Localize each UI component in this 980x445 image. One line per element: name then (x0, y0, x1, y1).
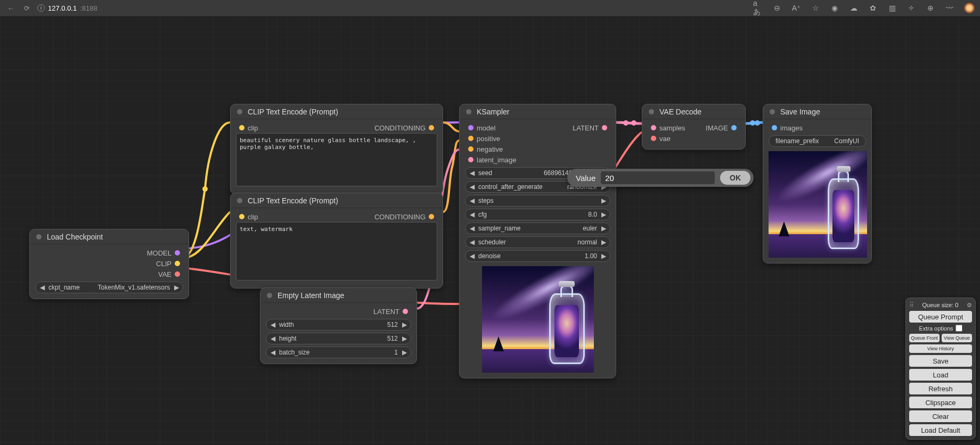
arrow-left-icon[interactable]: ◀ (270, 335, 276, 342)
ext2-icon[interactable]: ☁ (849, 3, 859, 13)
extensions-icon[interactable]: ✿ (868, 3, 878, 13)
arrow-left-icon[interactable]: ◀ (469, 225, 475, 232)
widget-filename-prefix[interactable]: filename_prefixComfyUI (769, 135, 866, 147)
profile-avatar[interactable] (964, 3, 975, 13)
refresh-workflow-button[interactable]: Refresh (909, 383, 972, 394)
widget-cfg[interactable]: ◀cfg8.0▶ (465, 209, 610, 220)
arrow-left-icon[interactable]: ◀ (270, 349, 276, 356)
widget-steps[interactable]: ◀steps▶ (465, 195, 610, 207)
refresh-button[interactable]: ⟳ (21, 3, 32, 13)
popup-value-input[interactable] (601, 171, 715, 184)
input-socket-clip[interactable] (239, 125, 244, 130)
save-button[interactable]: Save (909, 355, 972, 367)
zoom-icon[interactable]: ⊖ (772, 3, 782, 13)
site-info-icon[interactable]: i (37, 4, 45, 12)
output-socket-latent[interactable] (403, 309, 408, 314)
collapse-dot-icon[interactable] (36, 234, 42, 240)
view-queue-button[interactable]: View Queue (942, 334, 972, 342)
node-clip-encode-positive[interactable]: CLIP Text Encode (Prompt) clip CONDITION… (230, 104, 443, 194)
arrow-right-icon[interactable]: ▶ (600, 197, 607, 204)
node-header[interactable]: CLIP Text Encode (Prompt) (231, 193, 443, 208)
node-ksampler[interactable]: KSampler model LATENT positive negative … (459, 104, 616, 378)
extra-options-checkbox[interactable] (956, 325, 962, 332)
widget-scheduler[interactable]: ◀schedulernormal▶ (465, 236, 610, 248)
node-load-checkpoint[interactable]: Load Checkpoint MODEL CLIP VAE ◀ ckpt_na… (29, 229, 189, 299)
prompt-textarea[interactable] (236, 222, 437, 281)
widget-sampler-name[interactable]: ◀sampler_nameeuler▶ (465, 222, 610, 234)
prompt-textarea[interactable] (236, 133, 437, 186)
output-socket-latent[interactable] (602, 125, 607, 130)
collapse-dot-icon[interactable] (237, 198, 242, 203)
node-header[interactable]: CLIP Text Encode (Prompt) (231, 104, 443, 119)
load-default-button[interactable]: Load Default (909, 424, 972, 436)
node-header[interactable]: KSampler (460, 104, 616, 119)
queue-front-button[interactable]: Queue Front (909, 334, 940, 342)
node-vae-decode[interactable]: VAE Decode samples IMAGE vae (642, 104, 746, 150)
node-empty-latent[interactable]: Empty Latent Image LATENT ◀width512▶ ◀he… (260, 287, 417, 364)
back-button[interactable]: ← (5, 3, 16, 13)
arrow-right-icon[interactable]: ▶ (600, 238, 607, 246)
arrow-left-icon[interactable]: ◀ (469, 238, 475, 246)
favorite-icon[interactable]: ☆ (811, 3, 820, 13)
widget-ckpt-name[interactable]: ◀ ckpt_name TokenMix_v1.safetensors ▶ (35, 282, 183, 293)
settings-gear-icon[interactable]: ⚙ (967, 302, 972, 309)
arrow-left-icon[interactable]: ◀ (469, 252, 475, 260)
load-button[interactable]: Load (909, 369, 972, 381)
arrow-right-icon[interactable]: ▶ (600, 211, 607, 218)
clipspace-button[interactable]: Clipspace (909, 397, 972, 408)
output-socket-model[interactable] (175, 250, 180, 256)
node-clip-encode-negative[interactable]: CLIP Text Encode (Prompt) clip CONDITION… (230, 193, 443, 289)
widget-width[interactable]: ◀width512▶ (266, 319, 411, 331)
read-aloud-icon[interactable]: A⁺ (791, 3, 801, 13)
arrow-right-icon[interactable]: ▶ (600, 252, 607, 260)
node-header[interactable]: Load Checkpoint (30, 229, 189, 244)
node-header[interactable]: Empty Latent Image (260, 288, 416, 303)
arrow-right-icon[interactable]: ▶ (401, 349, 407, 356)
output-socket-clip[interactable] (175, 261, 180, 266)
arrow-right-icon[interactable]: ▶ (173, 284, 179, 291)
arrow-left-icon[interactable]: ◀ (469, 211, 475, 218)
split-icon[interactable]: ▥ (887, 3, 897, 13)
address-bar[interactable]: i 127.0.0.1:8188 (37, 4, 97, 12)
input-socket-clip[interactable] (239, 214, 244, 219)
input-socket-samples[interactable] (651, 125, 656, 130)
input-socket-negative[interactable] (468, 146, 473, 152)
output-socket-image[interactable] (731, 125, 737, 130)
arrow-left-icon[interactable]: ◀ (469, 197, 475, 204)
arrow-left-icon[interactable]: ◀ (270, 321, 276, 328)
input-socket-latent-image[interactable] (468, 157, 473, 162)
collapse-dot-icon[interactable] (237, 109, 242, 114)
view-history-button[interactable]: View History (909, 344, 972, 353)
node-header[interactable]: Save Image (763, 104, 871, 119)
input-socket-positive[interactable] (468, 136, 473, 141)
arrow-left-icon[interactable]: ◀ (469, 183, 475, 191)
widget-denoise[interactable]: ◀denoise1.00▶ (465, 250, 610, 262)
arrow-right-icon[interactable]: ▶ (600, 225, 607, 232)
input-socket-vae[interactable] (651, 136, 656, 141)
collapse-dot-icon[interactable] (649, 109, 654, 114)
control-panel[interactable]: ⠿ Queue size: 0 ⚙ Queue Prompt Extra opt… (905, 298, 976, 440)
translate-icon[interactable]: aあ (753, 3, 763, 13)
node-save-image[interactable]: Save Image images filename_prefixComfyUI (763, 104, 872, 263)
output-socket-conditioning[interactable] (429, 214, 434, 219)
performance-icon[interactable]: 〰 (945, 3, 954, 13)
output-socket-conditioning[interactable] (429, 125, 434, 130)
collapse-dot-icon[interactable] (466, 109, 471, 114)
widget-height[interactable]: ◀height512▶ (266, 333, 411, 344)
queue-prompt-button[interactable]: Queue Prompt (909, 311, 972, 323)
node-canvas[interactable]: Load Checkpoint MODEL CLIP VAE ◀ ckpt_na… (0, 16, 980, 445)
input-socket-model[interactable] (468, 125, 473, 130)
arrow-left-icon[interactable]: ◀ (39, 284, 45, 291)
output-socket-vae[interactable] (175, 271, 180, 277)
popup-ok-button[interactable]: OK (720, 171, 750, 185)
clear-button[interactable]: Clear (909, 410, 972, 422)
collapse-dot-icon[interactable] (267, 293, 272, 298)
collections-icon[interactable]: ⊕ (926, 3, 935, 13)
value-input-popup[interactable]: Value OK (567, 169, 754, 187)
drag-handle-icon[interactable]: ⠿ (909, 301, 914, 309)
input-socket-images[interactable] (772, 125, 777, 130)
collapse-dot-icon[interactable] (770, 109, 775, 114)
ext1-icon[interactable]: ◉ (830, 3, 839, 13)
arrow-right-icon[interactable]: ▶ (401, 335, 407, 342)
widget-batch-size[interactable]: ◀batch_size1▶ (266, 347, 411, 358)
